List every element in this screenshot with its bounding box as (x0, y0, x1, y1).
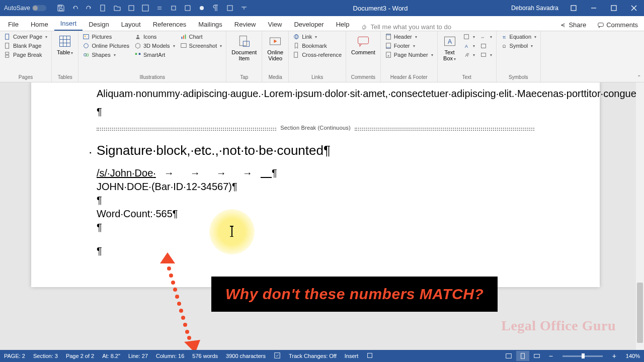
header-button[interactable]: Header (383, 32, 435, 41)
icons-button[interactable]: Icons (132, 32, 177, 41)
heading[interactable]: Signature·block,·etc.,·not·to·be·counted… (97, 143, 534, 158)
tab-developer[interactable]: Developer (288, 18, 330, 31)
tell-me-search[interactable]: Tell me what you want to do (360, 23, 451, 31)
smartart-button[interactable]: SmartArt (132, 50, 177, 59)
page-number-button[interactable]: #Page Number (383, 50, 435, 59)
tab-layout[interactable]: Layout (115, 18, 147, 31)
svg-rect-43 (386, 47, 390, 49)
drop-cap-button[interactable]: A (461, 50, 477, 59)
tab-review[interactable]: Review (228, 18, 262, 31)
comment-button[interactable]: Comment (348, 32, 378, 57)
qa-icon-5[interactable] (181, 2, 194, 15)
document-item-button[interactable]: Document Item (228, 32, 260, 63)
tab-view[interactable]: View (262, 18, 288, 31)
3d-models-button[interactable]: 3D Models (132, 41, 177, 50)
tab-home[interactable]: Home (25, 18, 54, 31)
maximize-icon[interactable] (604, 0, 624, 16)
status-column[interactable]: Column: 16 (152, 353, 188, 359)
autosave-toggle[interactable]: AutoSave (0, 5, 50, 12)
link-button[interactable]: Link (291, 32, 344, 41)
zoom-slider[interactable] (562, 355, 603, 357)
zoom-in-icon[interactable]: + (608, 351, 621, 361)
minimize-icon[interactable] (584, 0, 604, 16)
qa-icon-3[interactable] (153, 2, 166, 15)
new-icon[interactable] (97, 2, 110, 15)
svg-text:Ω: Ω (502, 44, 506, 49)
zoom-level[interactable]: 140% (622, 353, 644, 359)
symbol-button[interactable]: ΩSymbol (499, 41, 538, 50)
status-page[interactable]: PAGE: 2 (0, 353, 29, 359)
status-insert[interactable]: Insert (341, 353, 363, 359)
redo-icon[interactable] (83, 2, 96, 15)
svg-rect-27 (139, 53, 141, 55)
status-characters[interactable]: 3900 characters (222, 353, 270, 359)
status-macro-icon[interactable] (362, 352, 377, 360)
online-pictures-button[interactable]: Online Pictures (80, 41, 131, 50)
cross-reference-button[interactable]: Cross-reference (291, 50, 344, 59)
view-print-icon[interactable] (516, 351, 529, 361)
pictures-button[interactable]: Pictures (80, 32, 131, 41)
svg-rect-41 (386, 34, 390, 36)
text-box-button[interactable]: AText Box (440, 32, 460, 63)
screenshot-button[interactable]: Screenshot (178, 41, 224, 50)
page: Aliquam·nonummy·adipiscing·augue.·Lorem·… (31, 82, 600, 287)
online-video-button[interactable]: Online Video (264, 32, 286, 63)
equation-button[interactable]: πEquation (499, 32, 538, 41)
vertical-scrollbar[interactable] (636, 82, 644, 350)
word-count-line[interactable]: Word·Count:·565¶ (97, 208, 534, 220)
scrollbar-thumb[interactable] (637, 283, 643, 343)
status-at[interactable]: At: 8.2" (98, 353, 124, 359)
svg-rect-15 (60, 36, 70, 47)
page-break-button[interactable]: Page Break (2, 50, 49, 59)
section-break-label: Section Break (Continuous) (97, 125, 534, 131)
qa-icon-7[interactable] (223, 2, 236, 15)
qa-icon-2[interactable] (139, 2, 152, 15)
qa-icon-6[interactable] (195, 2, 208, 15)
tab-references[interactable]: References (147, 18, 192, 31)
body-paragraph[interactable]: Aliquam·nonummy·adipiscing·augue.·Lorem·… (97, 86, 534, 101)
table-button[interactable]: Table (54, 32, 76, 57)
collapse-ribbon-icon[interactable]: ⌃ (637, 74, 641, 80)
ribbon-display-icon[interactable] (564, 0, 584, 16)
cover-page-button[interactable]: Cover Page (2, 32, 49, 41)
blank-page-button[interactable]: Blank Page (2, 41, 49, 50)
object-button[interactable] (478, 50, 494, 59)
tab-help[interactable]: Help (330, 18, 356, 31)
chart-button[interactable]: Chart (178, 32, 224, 41)
status-track-changes[interactable]: Track Changes: Off (285, 353, 341, 359)
document-area[interactable]: Aliquam·nonummy·adipiscing·augue.·Lorem·… (0, 82, 636, 350)
close-icon[interactable] (624, 0, 644, 16)
zoom-out-icon[interactable]: − (544, 351, 557, 361)
status-section[interactable]: Section: 3 (29, 353, 62, 359)
qa-more-icon[interactable] (237, 2, 251, 15)
status-words[interactable]: 576 words (188, 353, 222, 359)
signature-line-button[interactable] (478, 32, 494, 41)
comments-button[interactable]: Comments (593, 19, 642, 31)
view-focus-icon[interactable] (502, 351, 515, 361)
share-button[interactable]: Share (555, 19, 590, 31)
tab-insert[interactable]: Insert (54, 17, 83, 31)
shapes-button[interactable]: Shapes (80, 50, 131, 59)
footer-button[interactable]: Footer (383, 41, 435, 50)
open-icon[interactable] (111, 2, 124, 15)
svg-rect-6 (571, 6, 576, 11)
user-name[interactable]: Deborah Savadra (506, 5, 564, 12)
quick-parts-button[interactable] (461, 32, 477, 41)
signature-name[interactable]: JOHN·DOE·(Bar·ID·12-34567)¶ (97, 181, 534, 193)
status-page-of[interactable]: Page 2 of 2 (62, 353, 98, 359)
bookmark-button[interactable]: Bookmark (291, 41, 344, 50)
status-line[interactable]: Line: 27 (124, 353, 152, 359)
paragraph-icon[interactable] (209, 2, 222, 15)
date-time-button[interactable] (478, 41, 494, 50)
undo-icon[interactable] (68, 2, 82, 15)
tab-design[interactable]: Design (83, 18, 115, 31)
qa-icon-1[interactable] (125, 2, 138, 15)
wordart-button[interactable]: A (461, 41, 477, 50)
qa-icon-4[interactable] (167, 2, 180, 15)
view-web-icon[interactable] (530, 351, 543, 361)
tab-file[interactable]: File (2, 18, 25, 31)
signature-line[interactable]: /s/·John·Doe·→→→→ ¶ (97, 167, 534, 180)
status-spelling-icon[interactable] (270, 352, 285, 360)
save-icon[interactable] (54, 2, 67, 15)
tab-mailings[interactable]: Mailings (192, 18, 228, 31)
